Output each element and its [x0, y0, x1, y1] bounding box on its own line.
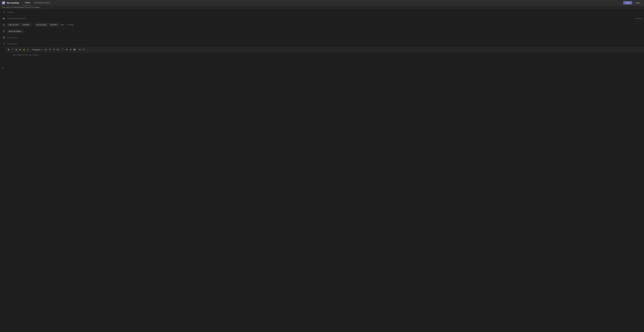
channel-row: [0, 35, 644, 41]
editor-placeholder: Type details for this new meeting: [12, 54, 39, 56]
svg-rect-1: [4, 2, 5, 3]
svg-rect-8: [3, 38, 4, 39]
svg-point-24: [53, 49, 53, 49]
location-row: [0, 41, 644, 47]
svg-text:3: 3: [49, 50, 50, 50]
toolbar-blockquote[interactable]: ": [61, 48, 65, 51]
toolbar-strikethrough2[interactable]: [69, 48, 72, 51]
location-input[interactable]: [7, 43, 642, 45]
paragraph-chevron-icon: ▾: [41, 49, 42, 50]
toolbar-undo[interactable]: [78, 48, 82, 51]
paragraph-label: Paragraph: [32, 49, 40, 51]
title-bar-actions: Save Close: [623, 1, 642, 5]
toolbar-underline[interactable]: U: [14, 48, 18, 51]
svg-text:H₁: H₁: [45, 49, 47, 51]
repeat-picker[interactable]: Does not repeat ▾: [7, 30, 24, 33]
toolbar-heading[interactable]: H₁: [44, 48, 48, 51]
save-button[interactable]: Save: [623, 1, 632, 5]
datetime-content: Feb 18, 2021 5:00 PM ▾ → Feb 18, 2021 5:…: [7, 23, 642, 26]
svg-rect-0: [2, 2, 4, 3]
svg-point-5: [4, 18, 5, 18]
attendees-input[interactable]: [7, 18, 634, 20]
editor-toolbar: B I U S A A Paragraph ▾ H₁: [5, 47, 644, 52]
attendees-row: + Optional: [0, 15, 644, 22]
editor-container: B I U S A A Paragraph ▾ H₁: [5, 47, 644, 88]
end-date-picker[interactable]: Feb 18, 2021: [35, 23, 48, 26]
title-tabs: Details Scheduling Assistant: [23, 0, 52, 6]
attendees-content: + Optional: [7, 18, 642, 20]
svg-rect-9: [4, 38, 4, 38]
datetime-row: Feb 18, 2021 5:00 PM ▾ → Feb 18, 2021 5:…: [0, 22, 644, 28]
title-input[interactable]: [7, 11, 642, 13]
window-title: New meeting: [7, 2, 19, 4]
start-time-picker[interactable]: 5:00 PM ▾: [21, 23, 31, 26]
close-button[interactable]: Close: [633, 1, 642, 5]
svg-rect-31: [74, 49, 75, 50]
start-date-picker[interactable]: Feb 18, 2021: [7, 23, 20, 26]
svg-rect-3: [2, 3, 4, 4]
channel-input[interactable]: [7, 37, 642, 39]
repeat-label: Does not repeat: [9, 30, 21, 32]
toolbar-italic[interactable]: I: [10, 48, 14, 51]
toolbar-bullet-list[interactable]: [52, 48, 56, 51]
toolbar-table[interactable]: [73, 48, 76, 51]
tab-scheduling[interactable]: Scheduling Assistant: [32, 0, 52, 6]
location-icon: [2, 43, 6, 45]
optional-link[interactable]: + Optional: [634, 18, 642, 20]
clock-icon: [2, 24, 6, 26]
title-bar-left: New meeting Details Scheduling Assistant: [2, 0, 52, 6]
title-row: ✏: [0, 9, 644, 15]
end-time-picker[interactable]: 5:30 PM ▾: [49, 23, 59, 26]
toolbar-paragraph-dropdown[interactable]: Paragraph ▾: [32, 48, 42, 51]
all-day-label: All day: [68, 24, 73, 26]
editor-icon: [0, 47, 4, 88]
toolbar-sep-2: [43, 48, 44, 51]
timezone-label: Time zone: (UTC-05:00) Eastern Time (US …: [2, 7, 39, 8]
title-input-wrapper: [7, 11, 642, 13]
channel-icon: [2, 37, 6, 39]
end-time-chevron-icon: ▾: [57, 24, 58, 26]
tab-details[interactable]: Details: [23, 0, 32, 6]
duration-badge: 30m: [60, 24, 64, 26]
toolbar-strikethrough[interactable]: S: [18, 48, 22, 51]
all-day-toggle[interactable]: [65, 24, 67, 26]
editor-area[interactable]: Type details for this new meeting: [5, 52, 644, 88]
repeat-content: Does not repeat ▾: [7, 30, 642, 33]
location-content: [7, 43, 642, 45]
toolbar-highlight[interactable]: A: [22, 48, 26, 51]
form-body: ✏ + Optional Feb 18, 2021: [0, 9, 644, 88]
svg-rect-7: [3, 37, 5, 38]
title-bar: New meeting Details Scheduling Assistant…: [0, 0, 644, 6]
channel-content: [7, 37, 642, 39]
editor-row: B I U S A A Paragraph ▾ H₁: [0, 47, 644, 88]
toolbar-bold[interactable]: B: [7, 48, 10, 51]
app-icon: [2, 1, 5, 5]
editor-row-inner: B I U S A A Paragraph ▾ H₁: [0, 47, 644, 88]
timezone-bar: Time zone: (UTC-05:00) Eastern Time (US …: [0, 6, 644, 9]
date-range-separator: →: [32, 24, 34, 26]
pencil-icon: ✏: [2, 11, 6, 14]
start-time-chevron-icon: ▾: [29, 24, 30, 26]
toolbar-link[interactable]: [65, 48, 68, 51]
repeat-row: Does not repeat ▾: [0, 28, 644, 35]
toolbar-font-color[interactable]: A: [26, 48, 30, 51]
toolbar-redo[interactable]: [82, 48, 86, 51]
svg-rect-2: [4, 3, 5, 4]
svg-point-25: [53, 49, 53, 50]
repeat-icon: [2, 30, 6, 32]
svg-point-4: [3, 18, 4, 19]
timezone-chevron-icon[interactable]: ⌄: [40, 7, 41, 8]
people-icon: [2, 18, 6, 20]
repeat-chevron-icon: ▾: [22, 31, 22, 32]
toolbar-indent[interactable]: [56, 48, 60, 51]
svg-point-26: [53, 50, 53, 50]
toolbar-numbered-list[interactable]: 1 2 3: [48, 48, 52, 51]
